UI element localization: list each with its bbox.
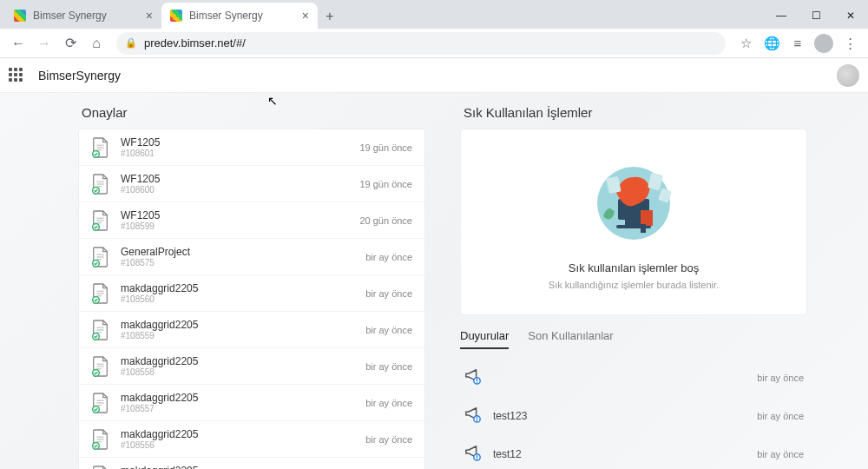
close-icon[interactable]: × <box>146 9 153 23</box>
approvals-column: Onaylar WF1205 #108601 19 gün önce WF120… <box>78 105 425 469</box>
approval-id: #108559 <box>121 331 365 340</box>
approval-id: #108558 <box>121 367 365 377</box>
document-check-icon <box>91 210 110 231</box>
menu-icon[interactable]: ⋮ <box>838 32 861 55</box>
megaphone-info-icon <box>464 444 483 465</box>
document-check-icon <box>91 283 110 304</box>
approval-id: #108560 <box>121 294 365 304</box>
window-controls: ― ☐ ✕ <box>764 3 868 29</box>
user-avatar[interactable] <box>837 64 859 87</box>
approval-row[interactable]: makdaggrid2205 #108560 bir ay önce <box>79 275 424 312</box>
announcement-row[interactable]: test12 bir ay önce <box>460 435 807 469</box>
approval-title: makdaggrid2205 <box>121 282 365 294</box>
secondary-tabs: Duyurular Son Kullanılanlar <box>460 329 807 350</box>
document-check-icon <box>91 320 110 340</box>
browser-toolbar: ← → ⟳ ⌂ 🔒 predev.bimser.net/#/ ☆ 🌐 ≡ ⋮ <box>0 29 868 58</box>
announcement-time: bir ay önce <box>757 449 804 459</box>
translate-icon[interactable]: 🌐 <box>760 32 783 55</box>
address-bar[interactable]: 🔒 predev.bimser.net/#/ <box>116 32 726 55</box>
close-window-button[interactable]: ✕ <box>833 3 868 29</box>
apps-grid-icon[interactable] <box>9 68 24 83</box>
right-column: Sık Kullanılan İşlemler Sık kullanıl <box>460 105 807 469</box>
approval-row[interactable]: makdaggrid2205 #108558 bir ay önce <box>79 348 424 385</box>
document-check-icon <box>91 137 110 158</box>
svg-rect-48 <box>641 224 646 233</box>
svg-point-54 <box>477 419 478 421</box>
document-check-icon <box>91 393 110 413</box>
approval-id: #108556 <box>121 440 365 450</box>
approval-time: 19 gün önce <box>359 142 412 153</box>
announcements-list: bir ay önce test123 bir ay önce test12 b… <box>460 359 807 469</box>
approval-title: makdaggrid2205 <box>121 319 365 331</box>
browser-chrome: Bimser Synergy × Bimser Synergy × + ― ☐ … <box>0 0 868 58</box>
approval-row[interactable]: WF1205 #108600 19 gün önce <box>79 166 424 202</box>
reload-button[interactable]: ⟳ <box>59 32 82 55</box>
announcement-row[interactable]: bir ay önce <box>460 359 807 397</box>
approval-time: 20 gün önce <box>359 215 412 226</box>
tab-title: Bimser Synergy <box>33 10 142 22</box>
new-tab-button[interactable]: + <box>318 4 342 29</box>
document-check-icon <box>91 174 110 195</box>
lock-icon: 🔒 <box>125 37 137 49</box>
favicon-icon <box>170 10 182 22</box>
readlist-icon[interactable]: ≡ <box>786 32 809 55</box>
empty-illustration <box>478 147 789 251</box>
approvals-list[interactable]: WF1205 #108601 19 gün önce WF1205 #10860… <box>78 129 425 469</box>
tab-recent[interactable]: Son Kullanılanlar <box>528 329 613 349</box>
minimize-button[interactable]: ― <box>764 3 799 29</box>
approval-title: makdaggrid2205 <box>121 355 365 367</box>
megaphone-info-icon <box>464 406 483 426</box>
back-button[interactable]: ← <box>7 32 30 55</box>
approval-id: #108575 <box>121 258 365 268</box>
tab-strip: Bimser Synergy × Bimser Synergy × + ― ☐ … <box>0 0 868 29</box>
approval-title: makdaggrid2205 <box>121 428 365 440</box>
approval-time: bir ay önce <box>365 325 412 335</box>
maximize-button[interactable]: ☐ <box>799 3 833 29</box>
announcement-time: bir ay önce <box>757 373 804 383</box>
star-icon[interactable]: ☆ <box>734 32 757 55</box>
tab-title: Bimser Synergy <box>189 10 299 22</box>
frequent-card: Sık kullanılan işlemler boş Sık kullandı… <box>460 129 807 315</box>
approval-title: WF1205 <box>121 209 359 221</box>
megaphone-info-icon <box>464 367 483 388</box>
announcement-title: test12 <box>493 448 757 460</box>
close-icon[interactable]: × <box>302 9 309 23</box>
approval-row[interactable]: makdaggrid2205 #108555 bir ay önce <box>79 458 424 469</box>
approval-time: 19 gün önce <box>359 179 412 189</box>
approval-time: bir ay önce <box>365 398 412 408</box>
approval-row[interactable]: WF1205 #108599 20 gün önce <box>79 202 424 239</box>
announcement-row[interactable]: test123 bir ay önce <box>460 397 807 435</box>
url-text: predev.bimser.net/#/ <box>144 36 246 50</box>
approval-title: GeneralProject <box>121 246 365 258</box>
frequent-empty-subtitle: Sık kullandığınız işlemler burada listen… <box>478 280 789 290</box>
approval-row[interactable]: makdaggrid2205 #108557 bir ay önce <box>79 385 424 421</box>
approval-title: WF1205 <box>121 173 359 185</box>
svg-rect-47 <box>641 210 653 226</box>
approval-id: #108599 <box>121 221 359 231</box>
announcement-title: test123 <box>493 410 757 422</box>
home-button[interactable]: ⌂ <box>85 32 108 55</box>
browser-tab[interactable]: Bimser Synergy × <box>5 3 161 29</box>
profile-icon[interactable] <box>812 32 835 55</box>
approval-row[interactable]: GeneralProject #108575 bir ay önce <box>79 239 424 275</box>
forward-button[interactable]: → <box>33 32 56 55</box>
approval-row[interactable]: makdaggrid2205 #108559 bir ay önce <box>79 312 424 348</box>
frequent-header: Sık Kullanılan İşlemler <box>460 105 807 120</box>
svg-point-51 <box>477 381 478 383</box>
approval-time: bir ay önce <box>365 434 412 445</box>
document-check-icon <box>91 466 110 470</box>
document-check-icon <box>91 429 110 450</box>
approval-time: bir ay önce <box>365 288 412 299</box>
approval-title: makdaggrid2205 <box>121 392 365 404</box>
approval-id: #108557 <box>121 404 365 413</box>
approval-time: bir ay önce <box>365 252 412 262</box>
approval-row[interactable]: makdaggrid2205 #108556 bir ay önce <box>79 421 424 458</box>
approval-id: #108601 <box>121 149 359 158</box>
tab-announcements[interactable]: Duyurular <box>460 329 509 349</box>
approval-row[interactable]: WF1205 #108601 19 gün önce <box>79 129 424 166</box>
browser-tab-active[interactable]: Bimser Synergy × <box>161 3 318 29</box>
svg-point-57 <box>477 458 478 459</box>
app-header: BimserSynergy <box>0 58 868 93</box>
favicon-icon <box>14 10 26 22</box>
approval-id: #108600 <box>121 185 359 195</box>
